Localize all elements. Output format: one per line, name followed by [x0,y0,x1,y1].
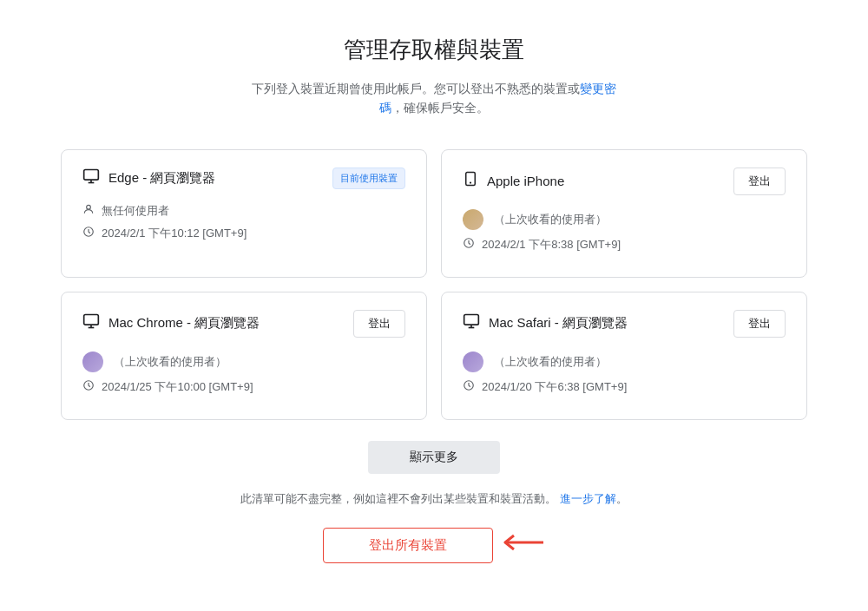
user-label-mac-safari: （上次收看的使用者） [494,354,607,370]
svg-point-3 [87,206,91,210]
footer-note-text: 此清單可能不盡完整，例如這裡不會列出某些裝置和裝置活動。 [240,492,556,505]
time-row-edge: 2024/2/1 下午10:12 [GMT+9] [82,226,405,241]
user-row-mac-chrome: （上次收看的使用者） [82,351,405,372]
devices-grid: Edge - 網頁瀏覽器 目前使用裝置 無任何使用者 [61,149,807,420]
change-password-link[interactable]: 變更密碼 [379,82,616,115]
device-name-edge: Edge - 網頁瀏覽器 [108,170,215,187]
user-row-mac-safari: （上次收看的使用者） [463,351,786,372]
clock-icon-mac-safari [463,379,475,394]
device-card-header-iphone: Apple iPhone 登出 [463,168,786,195]
clock-icon-edge [82,226,95,240]
learn-more-link[interactable]: 進一步了解 [560,492,616,505]
signout-all-button[interactable]: 登出所有裝置 [323,528,493,563]
time-label-edge: 2024/2/1 下午10:12 [GMT+9] [102,226,247,241]
device-card-mac-chrome: Mac Chrome - 網頁瀏覽器 登出 （上次收看的使用者） 2024/1/… [61,292,427,420]
device-name-row-mac-safari: Mac Safari - 網頁瀏覽器 [463,312,628,334]
person-icon-edge [82,203,95,218]
user-row-edge: 無任何使用者 [82,203,405,219]
time-row-mac-safari: 2024/1/20 下午6:38 [GMT+9] [463,379,786,395]
monitor-icon-mac-chrome [82,312,100,334]
device-card-header-mac-chrome: Mac Chrome - 網頁瀏覽器 登出 [82,310,405,338]
device-card-header-mac-safari: Mac Safari - 網頁瀏覽器 登出 [463,310,786,338]
device-name-mac-chrome: Mac Chrome - 網頁瀏覽器 [108,315,260,332]
footer-note: 此清單可能不盡完整，例如這裡不會列出某些裝置和裝置活動。 進一步了解。 [240,491,628,507]
device-name-row-mac-chrome: Mac Chrome - 網頁瀏覽器 [82,312,260,334]
clock-icon-mac-chrome [82,379,95,394]
show-more-button[interactable]: 顯示更多 [368,441,500,474]
signout-all-container: 登出所有裝置 [323,528,545,563]
user-label-edge: 無任何使用者 [102,203,169,219]
device-card-header-edge: Edge - 網頁瀏覽器 目前使用裝置 [82,168,405,189]
phone-icon-iphone [463,170,478,192]
device-name-mac-safari: Mac Safari - 網頁瀏覽器 [489,315,628,332]
current-badge-edge: 目前使用裝置 [332,168,405,189]
avatar-iphone [463,209,483,230]
svg-rect-12 [464,315,479,325]
page-container: 管理存取權與裝置 下列登入裝置近期曾使用此帳戶。您可以登出不熟悉的裝置或變更密碼… [0,0,868,611]
time-row-iphone: 2024/2/1 下午8:38 [GMT+9] [463,237,786,253]
device-name-row-edge: Edge - 網頁瀏覽器 [82,168,215,189]
user-row-iphone: （上次收看的使用者） [463,209,786,230]
monitor-icon-mac-safari [463,312,480,334]
avatar-mac-safari [463,351,483,372]
page-subtitle: 下列登入裝置近期曾使用此帳戶。您可以登出不熟悉的裝置或變更密碼，確保帳戶安全。 [243,79,625,118]
logout-button-mac-chrome[interactable]: 登出 [353,310,405,338]
device-name-row-iphone: Apple iPhone [463,170,564,192]
svg-rect-8 [84,315,99,325]
logout-button-iphone[interactable]: 登出 [733,168,786,195]
time-label-mac-chrome: 2024/1/25 下午10:00 [GMT+9] [102,379,253,395]
user-label-mac-chrome: （上次收看的使用者） [114,354,227,370]
device-card-mac-safari: Mac Safari - 網頁瀏覽器 登出 （上次收看的使用者） 2024/1/… [441,292,807,420]
avatar-mac-chrome [82,351,103,372]
device-card-iphone: Apple iPhone 登出 （上次收看的使用者） 2024/2/1 下午8:… [441,149,807,278]
monitor-icon-edge [82,168,100,189]
clock-icon-iphone [463,237,475,252]
time-label-iphone: 2024/2/1 下午8:38 [GMT+9] [482,237,621,253]
logout-button-mac-safari[interactable]: 登出 [733,310,786,338]
device-name-iphone: Apple iPhone [487,174,564,188]
time-label-mac-safari: 2024/1/20 下午6:38 [GMT+9] [482,379,627,395]
red-arrow-icon [503,531,545,559]
device-card-edge: Edge - 網頁瀏覽器 目前使用裝置 無任何使用者 [61,149,427,278]
time-row-mac-chrome: 2024/1/25 下午10:00 [GMT+9] [82,379,405,395]
user-label-iphone: （上次收看的使用者） [494,212,607,227]
svg-rect-0 [84,169,99,180]
page-title: 管理存取權與裝置 [344,35,524,65]
